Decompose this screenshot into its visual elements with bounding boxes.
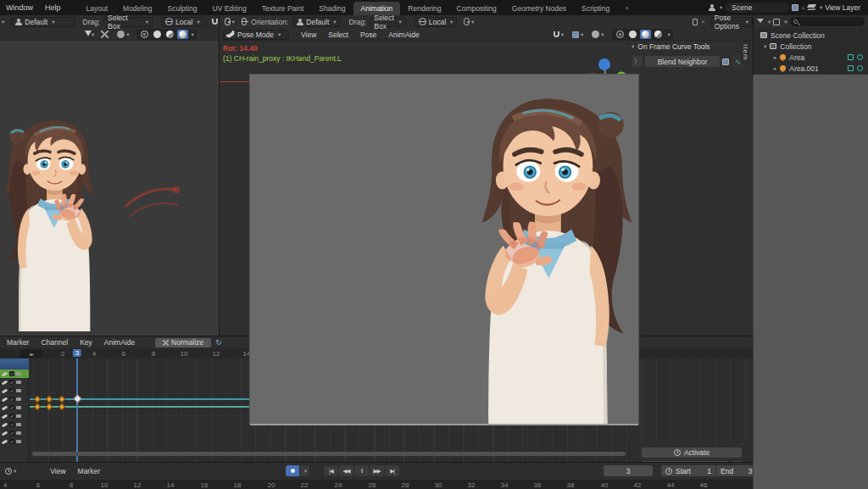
timeline-menu[interactable]: View [45,466,70,476]
scene-field[interactable]: Scene [725,3,789,13]
refresh-icon[interactable]: ↻ [215,338,222,347]
animated-icon[interactable] [848,54,854,60]
expand-icon[interactable]: ▸ [774,54,776,61]
expand-icon[interactable]: ▾ [764,43,766,50]
outliner-row-area[interactable]: ▸ Area [754,52,868,63]
workspace-tab[interactable]: Texture Paint [254,2,312,15]
proportional-edit-icon[interactable] [464,18,470,25]
workspace-tab[interactable]: Scripting [574,2,617,15]
snap-magnet-icon[interactable] [212,19,218,25]
copy-settings-icon[interactable] [722,58,729,65]
keyframe-diamond[interactable] [58,403,65,410]
character-model-left[interactable] [0,102,113,331]
viewport-menu[interactable]: AnimAide [383,30,424,40]
snap-magnet-icon[interactable] [554,31,559,37]
keyframe-diamond[interactable] [74,395,82,403]
rendered-shading-button[interactable] [177,30,188,39]
gizmos-icon[interactable] [572,31,579,38]
frame-jump-buttons[interactable]: ◂▸ [20,349,42,358]
mode-dropdown-left[interactable]: Default ▾ [11,17,75,27]
curve-tools-panel-header[interactable]: ▾ On Frame Curve Tools [630,42,710,51]
gizmo-toggle-icon[interactable] [83,31,90,38]
playback-button[interactable]: ▶| [385,465,399,476]
playhead[interactable] [76,358,78,463]
keyframe-diamond[interactable] [58,396,65,403]
channel-row[interactable]: ✓ [0,412,29,420]
visibility-icon[interactable] [16,423,21,426]
new-scene-icon[interactable] [792,4,798,11]
viewport-left[interactable]: ▾ Default ▾ Drag: Select Box▾ Local▾ [0,15,219,336]
playback-button[interactable]: ◀◀ [339,465,353,476]
chevron-down-icon[interactable]: ▾ [820,4,822,11]
playback-button[interactable]: |◀ [324,465,338,476]
visibility-icon[interactable] [16,381,21,384]
solid-shading-button[interactable] [152,30,163,39]
horizontal-scrollbar[interactable] [32,452,626,456]
material-shading-button[interactable] [640,30,651,39]
graph-menu[interactable]: Channel [36,337,73,347]
workspace-tab[interactable]: Animation [353,2,401,15]
rendered-shading-button[interactable] [653,30,664,39]
material-shading-button[interactable] [164,30,175,39]
channel-summary-row[interactable] [0,358,29,370]
blend-neighbor-button[interactable]: Blend Neighbor [645,56,720,67]
scene-icon[interactable] [709,4,715,11]
start-frame-field[interactable]: Start1 [661,465,715,476]
editor-type-icon[interactable]: ▾ [2,19,4,25]
workspace-tab[interactable]: Modeling [115,2,160,15]
channel-row[interactable]: ✓ [0,420,29,429]
viewport-left-canvas[interactable] [0,41,219,336]
editor-type-icon[interactable] [5,468,12,475]
keyframe-diamond[interactable] [46,403,53,410]
x-mirror-icon[interactable] [693,19,698,25]
keyframe-diamond[interactable] [46,396,53,403]
transform-orientation-left[interactable]: Local▾ [161,17,207,27]
channel-row[interactable]: ✓ [0,437,29,446]
pose-options-dropdown[interactable]: Pose Options▾ [710,17,753,27]
visibility-icon[interactable] [16,406,21,409]
sidebar-tab-item[interactable]: Item [741,41,750,64]
orientation-globe-icon[interactable] [242,18,248,25]
view-layer-icon[interactable] [808,4,815,11]
viewport-menu[interactable]: View [296,30,321,40]
workspace-tab[interactable]: Rendering [400,2,448,15]
sync-dropdown[interactable]: ▾ [300,465,309,476]
panel-collapse-icon[interactable]: ▾ [632,43,634,50]
wireframe-shading-button[interactable] [139,30,150,39]
checkbox-icon[interactable]: ✓ [9,380,14,385]
checkbox-icon[interactable]: ✓ [9,414,14,419]
channel-row[interactable]: ✓ [0,395,29,403]
solid-shading-button[interactable] [627,30,638,39]
clear-constraint-icon[interactable]: × [701,18,705,25]
viewport-menu[interactable]: Pose [355,30,381,40]
visibility-icon[interactable] [16,397,21,401]
keyframe-diamond[interactable] [34,396,41,403]
render-preview-window[interactable] [250,75,638,424]
expand-tool-button[interactable]: 〉 [632,56,643,67]
visibility-icon[interactable] [16,431,21,435]
visibility-icon[interactable] [16,414,21,418]
transform-orientation-center[interactable]: Local▾ [415,17,458,27]
outliner-row-collection[interactable]: ▾ Collection [754,41,868,52]
channel-row[interactable]: ✓ [0,370,29,378]
pose-mode-dropdown[interactable]: Pose Mode▾ [223,30,289,40]
close-icon[interactable]: × [801,4,805,12]
light-data-icon[interactable] [857,65,863,71]
view-layer-field[interactable]: View Layer [825,3,860,12]
xray-icon[interactable] [117,31,125,38]
playback-button[interactable]: ‖ [354,465,369,476]
menu-window[interactable]: Window [0,2,39,14]
playback-button[interactable]: ▶▶ [370,465,384,476]
overlays-sphere-icon[interactable] [592,31,599,38]
visibility-icon[interactable] [16,372,21,375]
keyframe-diamond[interactable] [34,403,41,410]
orientation-dropdown[interactable]: Default▾ [292,17,340,27]
outliner-row-scene-collection[interactable]: Scene Collection [754,30,868,41]
timeline-ruler[interactable]: 4681012141618202224262830323436384042444… [0,480,868,489]
workspace-tab[interactable]: + [617,2,637,15]
select-tool-dropdown-left[interactable]: Select Box▾ [103,17,153,27]
timeline-menu[interactable]: Marker [73,466,105,476]
visibility-icon[interactable] [16,389,21,392]
channel-row[interactable]: ✓ [0,403,29,412]
auto-keying-button[interactable] [286,465,299,476]
